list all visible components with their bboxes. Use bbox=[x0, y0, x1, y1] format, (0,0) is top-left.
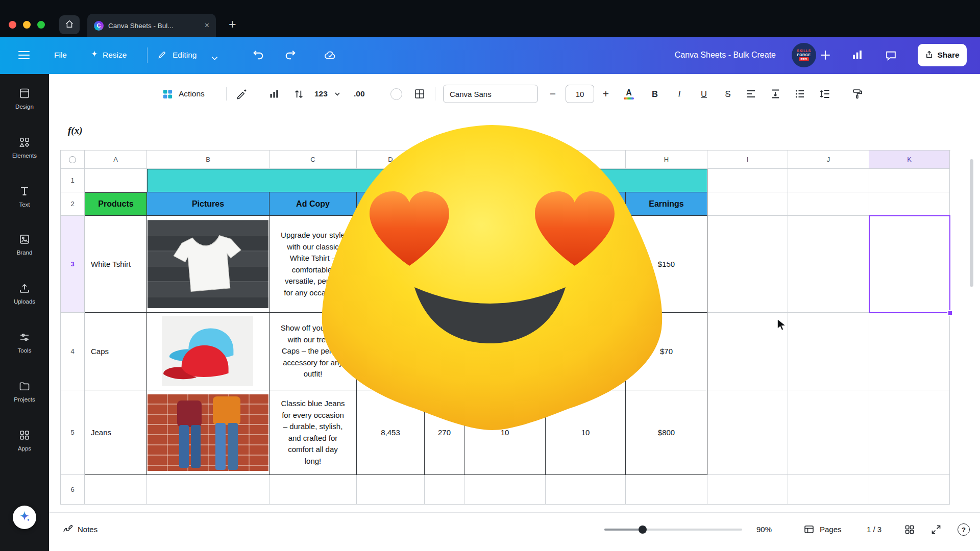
pages-button[interactable]: Pages bbox=[820, 525, 842, 534]
bold-button[interactable]: B bbox=[647, 83, 663, 105]
selection-fill-handle[interactable] bbox=[947, 310, 953, 316]
vertical-scrollbar[interactable] bbox=[970, 159, 973, 287]
tab-close-icon[interactable]: × bbox=[205, 21, 209, 30]
sidebar-item-projects[interactable]: Projects bbox=[0, 380, 49, 412]
cell-D6[interactable] bbox=[357, 475, 425, 505]
select-all-corner[interactable] bbox=[61, 151, 85, 169]
row-header-6[interactable]: 6 bbox=[61, 475, 85, 505]
cell-A6[interactable] bbox=[85, 475, 147, 505]
cell-A5-product[interactable]: Jeans bbox=[85, 390, 147, 475]
actions-button[interactable]: Actions bbox=[179, 83, 205, 105]
file-menu[interactable]: File bbox=[54, 51, 67, 60]
text-color-button[interactable]: A bbox=[624, 83, 634, 105]
number-format-chevron-icon[interactable] bbox=[335, 83, 340, 105]
cell-A4-product[interactable]: Caps bbox=[85, 313, 147, 390]
vertical-align-icon[interactable] bbox=[770, 83, 781, 105]
redo-button[interactable] bbox=[284, 48, 297, 63]
insights-chart-icon[interactable] bbox=[851, 49, 864, 64]
cell-I3[interactable] bbox=[707, 216, 788, 313]
cell-H6[interactable] bbox=[626, 475, 707, 505]
chevron-down-icon[interactable] bbox=[211, 54, 218, 63]
magic-write-icon[interactable] bbox=[236, 83, 248, 105]
sidebar-item-apps[interactable]: Apps bbox=[0, 429, 49, 461]
cell-A3-product[interactable]: White Tshirt bbox=[85, 216, 147, 313]
font-size-decrease-button[interactable]: − bbox=[545, 83, 560, 105]
cell-I1[interactable] bbox=[707, 169, 788, 192]
undo-button[interactable] bbox=[252, 48, 265, 63]
col-header-B[interactable]: B bbox=[147, 151, 270, 169]
canva-ai-button[interactable] bbox=[13, 506, 36, 529]
borders-icon[interactable] bbox=[414, 83, 425, 105]
row-header-4[interactable]: 4 bbox=[61, 313, 85, 390]
cell-K6[interactable] bbox=[869, 475, 950, 505]
cell-I2[interactable] bbox=[707, 192, 788, 216]
cell-F6[interactable] bbox=[464, 475, 546, 505]
cell-A1[interactable] bbox=[85, 169, 147, 192]
cell-B6[interactable] bbox=[147, 475, 270, 505]
help-button[interactable]: ? bbox=[958, 523, 970, 536]
sidebar-item-text[interactable]: Text bbox=[0, 185, 49, 217]
cell-A2-products-header[interactable]: Products bbox=[85, 192, 147, 216]
decimals-button[interactable]: .00 bbox=[354, 83, 365, 105]
cell-J1[interactable] bbox=[788, 169, 869, 192]
sidebar-item-tools[interactable]: Tools bbox=[0, 331, 49, 363]
cell-C6[interactable] bbox=[270, 475, 357, 505]
zoom-slider-knob[interactable] bbox=[639, 525, 647, 534]
cell-G6[interactable] bbox=[546, 475, 626, 505]
notes-button[interactable]: Notes bbox=[78, 525, 97, 534]
row-header-5[interactable]: 5 bbox=[61, 390, 85, 475]
new-tab-button[interactable]: + bbox=[229, 17, 236, 32]
cell-J2[interactable] bbox=[788, 192, 869, 216]
browser-tab[interactable]: C Canva Sheets - Bul... × bbox=[87, 14, 216, 37]
row-header-3[interactable]: 3 bbox=[61, 216, 85, 313]
cell-I6[interactable] bbox=[707, 475, 788, 505]
font-size-value[interactable]: 10 bbox=[566, 85, 594, 103]
underline-button[interactable]: U bbox=[696, 83, 712, 105]
bullet-list-icon[interactable] bbox=[794, 83, 805, 105]
cell-J6[interactable] bbox=[788, 475, 869, 505]
editing-mode-selector[interactable]: Editing bbox=[173, 51, 197, 60]
cell-B5-picture[interactable] bbox=[147, 390, 270, 475]
cell-K1[interactable] bbox=[869, 169, 950, 192]
cell-B3-picture[interactable] bbox=[147, 216, 270, 313]
cell-K4[interactable] bbox=[869, 313, 950, 390]
sort-icon[interactable] bbox=[293, 83, 305, 105]
sidebar-item-uploads[interactable]: Uploads bbox=[0, 282, 49, 314]
col-header-K[interactable]: K bbox=[869, 151, 950, 169]
document-title[interactable]: Canva Sheets - Bulk Create bbox=[628, 51, 776, 60]
window-close-button[interactable] bbox=[9, 21, 16, 29]
fullscreen-icon[interactable] bbox=[930, 524, 942, 535]
italic-button[interactable]: I bbox=[672, 83, 687, 105]
saved-cloud-check-icon[interactable] bbox=[324, 49, 337, 63]
grid-view-icon[interactable] bbox=[904, 524, 915, 535]
col-header-A[interactable]: A bbox=[85, 151, 147, 169]
row-header-1[interactable]: 1 bbox=[61, 169, 85, 192]
font-family-selector[interactable]: Canva Sans bbox=[443, 85, 538, 103]
chart-icon[interactable] bbox=[268, 83, 280, 105]
sidebar-item-design[interactable]: Design bbox=[0, 87, 49, 119]
cell-I5[interactable] bbox=[707, 390, 788, 475]
number-format-button[interactable]: 123 bbox=[314, 83, 328, 105]
col-header-I[interactable]: I bbox=[707, 151, 788, 169]
fill-color-button[interactable] bbox=[390, 83, 402, 105]
sidebar-item-brand[interactable]: Brand bbox=[0, 233, 49, 265]
cell-K5[interactable] bbox=[869, 390, 950, 475]
window-minimize-button[interactable] bbox=[23, 21, 31, 29]
resize-button[interactable]: Resize bbox=[103, 51, 127, 60]
actions-table-icon[interactable] bbox=[162, 83, 173, 105]
cell-E6[interactable] bbox=[425, 475, 464, 505]
cell-B4-picture[interactable] bbox=[147, 313, 270, 390]
row-header-2[interactable]: 2 bbox=[61, 192, 85, 216]
window-zoom-button[interactable] bbox=[37, 21, 45, 29]
font-size-increase-button[interactable]: + bbox=[598, 83, 614, 105]
strikethrough-button[interactable]: S bbox=[720, 83, 736, 105]
share-button[interactable]: Share bbox=[918, 44, 967, 66]
cell-B2-pictures-header[interactable]: Pictures bbox=[147, 192, 270, 216]
formula-bar-label[interactable]: f(x) bbox=[68, 125, 82, 136]
comments-icon[interactable] bbox=[885, 49, 897, 64]
sidebar-item-elements[interactable]: Elements bbox=[0, 136, 49, 168]
add-member-button[interactable] bbox=[819, 48, 832, 64]
cell-J5[interactable] bbox=[788, 390, 869, 475]
cell-J4[interactable] bbox=[788, 313, 869, 390]
cell-K2[interactable] bbox=[869, 192, 950, 216]
